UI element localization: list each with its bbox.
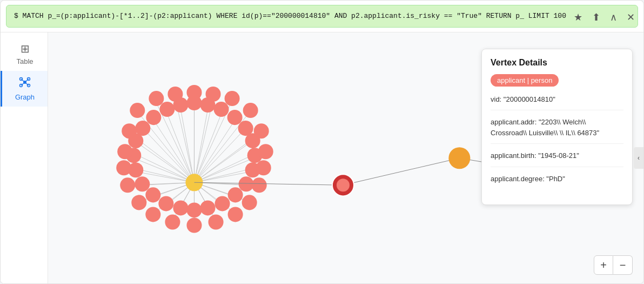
sidebar-item-table-label: Table	[16, 57, 33, 65]
svg-point-90	[252, 177, 267, 193]
svg-point-100	[117, 144, 132, 159]
svg-point-91	[242, 195, 257, 210]
svg-point-95	[165, 214, 180, 229]
close-query-button[interactable]: ✕	[626, 10, 636, 24]
svg-point-74	[145, 187, 160, 202]
vertex-field-degree: applicant.degree: "PhD"	[491, 174, 623, 190]
svg-point-93	[209, 214, 224, 229]
svg-point-99	[116, 160, 131, 175]
svg-point-67	[239, 176, 254, 191]
svg-point-86	[243, 103, 258, 118]
svg-point-75	[135, 176, 150, 191]
svg-line-14	[194, 109, 207, 182]
vertex-field-vid: vid: "200000014810"	[491, 94, 623, 111]
svg-point-80	[130, 103, 145, 118]
svg-line-17	[194, 128, 245, 182]
svg-point-69	[215, 196, 230, 211]
svg-point-56	[146, 110, 161, 125]
zoom-controls: + −	[594, 255, 633, 275]
svg-point-71	[186, 202, 202, 217]
zoom-out-button[interactable]: −	[613, 255, 633, 275]
svg-point-96	[145, 207, 160, 222]
svg-point-81	[149, 91, 164, 106]
svg-line-32	[136, 142, 194, 182]
svg-point-79	[122, 123, 137, 138]
query-display: $ MATCH p_=(p:applicant)-[*1..2]-(p2:app…	[6, 5, 638, 28]
vertex-field-vid-label: vid:	[491, 95, 504, 103]
svg-point-97	[131, 195, 146, 210]
vertex-details-panel: Vertex Details applicant | person vid: "…	[481, 49, 633, 206]
svg-line-18	[194, 142, 251, 182]
svg-point-87	[254, 123, 269, 138]
vertex-field-birth-label: applicant.birth:	[491, 151, 538, 160]
svg-point-98	[120, 177, 135, 193]
svg-point-106	[337, 179, 350, 191]
svg-point-84	[206, 87, 221, 102]
query-text: $ MATCH p_=(p:applicant)-[*1..2]-(p2:app…	[14, 12, 566, 20]
vertex-field-addr-label: applicant.addr:	[491, 118, 539, 126]
svg-point-61	[214, 102, 229, 117]
svg-point-82	[167, 87, 183, 102]
svg-point-68	[228, 187, 243, 202]
svg-point-107	[448, 147, 470, 169]
sidebar: ⊞ Table Graph	[1, 32, 48, 284]
share-button[interactable]: ⬆	[591, 10, 601, 24]
svg-point-62	[227, 110, 243, 125]
sidebar-item-graph[interactable]: Graph	[1, 71, 48, 107]
sidebar-item-table[interactable]: ⊞ Table	[1, 37, 48, 71]
collapse-panel-button[interactable]: ‹	[634, 147, 643, 169]
collapse-query-button[interactable]: ∧	[609, 10, 618, 24]
svg-point-70	[200, 200, 216, 215]
sidebar-item-graph-label: Graph	[15, 93, 35, 101]
svg-line-10	[153, 120, 194, 182]
vertex-field-addr: applicant.addr: "2203\\ Welch\\ Crossroa…	[491, 117, 623, 144]
vertex-field-birth-value: "1945-08-21"	[538, 151, 579, 160]
svg-point-94	[186, 217, 202, 233]
svg-line-103	[343, 158, 459, 185]
svg-point-88	[258, 144, 273, 159]
svg-point-92	[228, 207, 243, 222]
graph-icon	[19, 76, 31, 91]
graph-canvas[interactable]: Vertex Details applicant | person vid: "…	[48, 32, 643, 284]
svg-line-12	[180, 109, 194, 182]
svg-point-83	[186, 85, 202, 100]
vertex-field-degree-label: applicant.degree: "PhD"	[491, 175, 565, 183]
vertex-panel-title: Vertex Details	[491, 58, 623, 68]
table-icon: ⊞	[21, 42, 30, 55]
svg-point-89	[256, 160, 271, 175]
vertex-tag[interactable]: applicant | person	[491, 74, 559, 87]
svg-point-85	[225, 91, 240, 106]
vertex-field-vid-value: "200000014810"	[504, 95, 555, 103]
svg-point-72	[173, 200, 188, 215]
zoom-in-button[interactable]: +	[594, 255, 613, 275]
vertex-field-birth: applicant.birth: "1945-08-21"	[491, 150, 623, 167]
star-button[interactable]: ★	[573, 10, 583, 24]
svg-point-57	[159, 102, 175, 117]
svg-point-73	[158, 196, 173, 211]
